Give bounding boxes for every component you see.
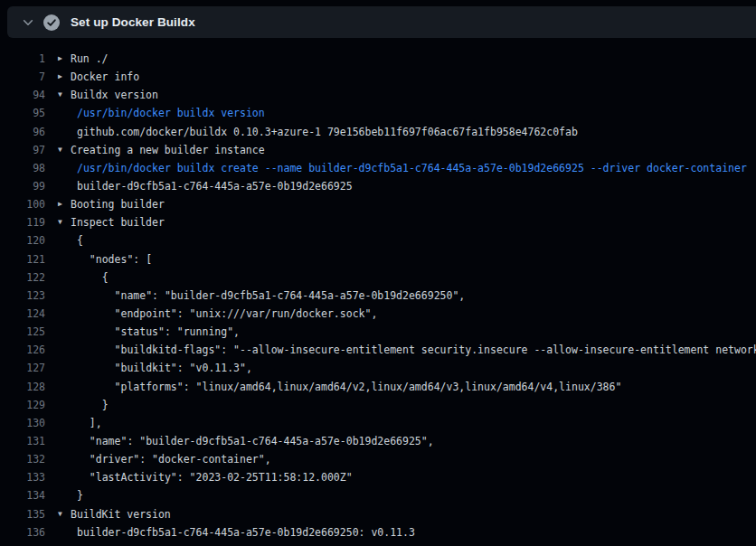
step-header[interactable]: Set up Docker Buildx xyxy=(7,6,756,38)
log-line: 136builder-d9cfb5a1-c764-445a-a57e-0b19d… xyxy=(0,523,756,541)
log-line: 123 "name": "builder-d9cfb5a1-c764-445a-… xyxy=(0,287,756,305)
log-line: 120{ xyxy=(0,231,756,249)
log-line: 119▼Inspect builder xyxy=(0,213,756,231)
log-output-text: "lastActivity": "2023-02-25T11:58:12.000… xyxy=(58,471,353,484)
log-line: 96github.com/docker/buildx 0.10.3+azure-… xyxy=(0,123,756,141)
log-group-label: Run ./ xyxy=(71,52,109,65)
log-line: 100▶Booting builder xyxy=(0,195,756,213)
log-line-number[interactable]: 129 xyxy=(0,399,45,411)
log-line: 98/usr/bin/docker buildx create --name b… xyxy=(0,159,756,177)
log-line: 131 "name": "builder-d9cfb5a1-c764-445a-… xyxy=(0,432,756,450)
log-group-label: Creating a new builder instance xyxy=(71,144,265,156)
log-line-number[interactable]: 123 xyxy=(0,289,45,302)
log-output-text: { xyxy=(58,271,109,284)
log-line: 126 "buildkitd-flags": "--allow-insecure… xyxy=(0,341,756,359)
log-line: 133 "lastActivity": "2023-02-25T11:58:12… xyxy=(0,468,756,486)
log-group-header[interactable]: ▼Creating a new builder instance xyxy=(58,144,265,156)
log-group-label: Inspect builder xyxy=(71,216,165,229)
log-line: 95/usr/bin/docker buildx version xyxy=(0,104,756,122)
log-line-number[interactable]: 98 xyxy=(0,162,45,174)
log-output-text: ], xyxy=(58,417,102,429)
log-line-number[interactable]: 1 xyxy=(0,52,45,65)
log-line-number[interactable]: 136 xyxy=(0,526,45,539)
log-line-number[interactable]: 94 xyxy=(0,89,45,101)
log-line-number[interactable]: 96 xyxy=(0,126,45,138)
log-output-text: "endpoint": "unix:///var/run/docker.sock… xyxy=(58,307,377,320)
log-group-header[interactable]: ▼BuildKit version xyxy=(58,508,171,521)
log-line: 129 } xyxy=(0,396,756,414)
log-output-text: github.com/docker/buildx 0.10.3+azure-1 … xyxy=(58,126,578,138)
log-line: 99builder-d9cfb5a1-c764-445a-a57e-0b19d2… xyxy=(0,177,756,195)
triangle-collapsed-icon[interactable]: ▶ xyxy=(58,73,71,80)
log-line: 121 "nodes": [ xyxy=(0,250,756,268)
log-output-text: builder-d9cfb5a1-c764-445a-a57e-0b19d2e6… xyxy=(58,180,353,193)
log-line-number[interactable]: 130 xyxy=(0,417,45,429)
log-line-number[interactable]: 131 xyxy=(0,435,45,447)
log-line: 128 "platforms": "linux/amd64,linux/amd6… xyxy=(0,378,756,396)
triangle-collapsed-icon[interactable]: ▶ xyxy=(58,55,71,62)
log-line-number[interactable]: 95 xyxy=(0,107,45,119)
log-group-header[interactable]: ▶Docker info xyxy=(58,71,139,83)
log-group-label: Docker info xyxy=(71,71,139,83)
log-line: 134} xyxy=(0,486,756,504)
log-output-text: } xyxy=(58,399,109,411)
log-group-header[interactable]: ▼Inspect builder xyxy=(58,216,165,229)
log-command-text: /usr/bin/docker buildx version xyxy=(58,107,265,119)
log-line: 132 "driver": "docker-container", xyxy=(0,450,756,468)
log-line-number[interactable]: 99 xyxy=(0,180,45,193)
triangle-expanded-icon[interactable]: ▼ xyxy=(58,146,71,154)
log-group-header[interactable]: ▶Run ./ xyxy=(58,52,109,65)
log-output-text: "name": "builder-d9cfb5a1-c764-445a-a57e… xyxy=(58,289,465,302)
log-line-number[interactable]: 125 xyxy=(0,325,45,338)
log-line-number[interactable]: 100 xyxy=(0,198,45,211)
log-line-number[interactable]: 133 xyxy=(0,471,45,484)
log-line: 125 "status": "running", xyxy=(0,323,756,341)
log-line-number[interactable]: 135 xyxy=(0,508,45,521)
chevron-down-icon[interactable] xyxy=(16,11,40,34)
log-line-number[interactable]: 132 xyxy=(0,453,45,466)
log-line-number[interactable]: 127 xyxy=(0,362,45,374)
log-output-text: "driver": "docker-container", xyxy=(58,453,271,466)
log-line-number[interactable]: 124 xyxy=(0,307,45,320)
log-group-header[interactable]: ▶Booting builder xyxy=(58,198,165,211)
log-line-number[interactable]: 122 xyxy=(0,271,45,284)
log-output-text: } xyxy=(58,489,83,502)
log-command-text: /usr/bin/docker buildx create --name bui… xyxy=(58,162,747,174)
log-line-number[interactable]: 134 xyxy=(0,489,45,502)
log-line: 122 { xyxy=(0,268,756,287)
log-output-text: { xyxy=(58,234,83,247)
log-line-number[interactable]: 128 xyxy=(0,381,45,393)
log-line-number[interactable]: 119 xyxy=(0,216,45,229)
step-title: Set up Docker Buildx xyxy=(71,15,195,29)
log-line: 94▼Buildx version xyxy=(0,86,756,104)
log-group-header[interactable]: ▼Buildx version xyxy=(58,89,158,101)
log-line-number[interactable]: 121 xyxy=(0,253,45,266)
log-group-label: Buildx version xyxy=(71,89,158,101)
log-output-text: "platforms": "linux/amd64,linux/amd64/v2… xyxy=(58,381,621,393)
log-output-text: "buildkit": "v0.11.3", xyxy=(58,362,252,374)
triangle-collapsed-icon[interactable]: ▶ xyxy=(58,201,71,208)
log-output-text: "name": "builder-d9cfb5a1-c764-445a-a57e… xyxy=(58,435,434,447)
log-output-text: "buildkitd-flags": "--allow-insecure-ent… xyxy=(58,344,756,356)
triangle-expanded-icon[interactable]: ▼ xyxy=(58,91,71,99)
log-line-number[interactable]: 7 xyxy=(0,71,45,83)
log-line-number[interactable]: 120 xyxy=(0,234,45,247)
log-line: 130 ], xyxy=(0,414,756,432)
log-group-label: BuildKit version xyxy=(71,508,171,521)
check-circle-icon xyxy=(43,14,60,31)
log-line-number[interactable]: 97 xyxy=(0,144,45,156)
log-output-text: builder-d9cfb5a1-c764-445a-a57e-0b19d2e6… xyxy=(58,526,415,539)
log-line: 124 "endpoint": "unix:///var/run/docker.… xyxy=(0,305,756,323)
log-output-text: "nodes": [ xyxy=(58,253,152,266)
log-output-text: "status": "running", xyxy=(58,325,240,338)
log-line-number[interactable]: 126 xyxy=(0,344,45,356)
log-line: 7▶Docker info xyxy=(0,68,756,86)
triangle-expanded-icon[interactable]: ▼ xyxy=(58,511,71,518)
log-line: 127 "buildkit": "v0.11.3", xyxy=(0,359,756,377)
log-group-label: Booting builder xyxy=(71,198,165,211)
log-lines: 1▶Run ./7▶Docker info94▼Buildx version95… xyxy=(0,38,756,541)
triangle-expanded-icon[interactable]: ▼ xyxy=(58,219,71,226)
log-line: 1▶Run ./ xyxy=(0,50,756,68)
log-line: 135▼BuildKit version xyxy=(0,505,756,523)
log-line: 97▼Creating a new builder instance xyxy=(0,141,756,159)
